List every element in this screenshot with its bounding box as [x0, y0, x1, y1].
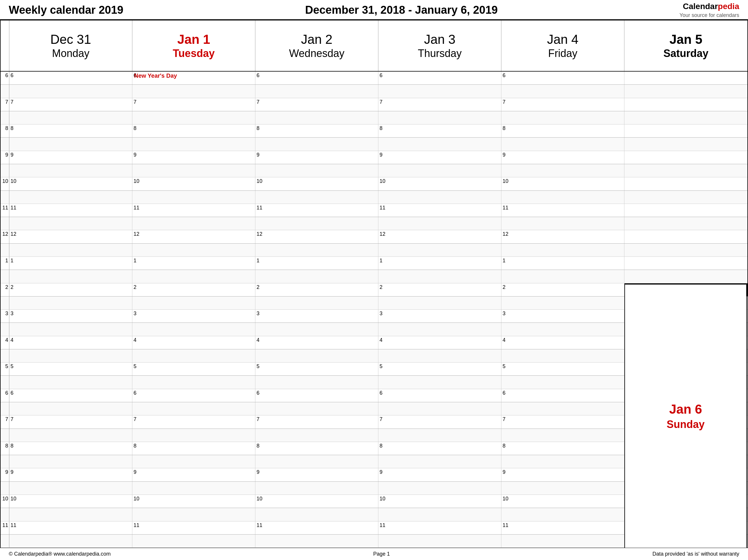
time-cell: 9: [255, 151, 378, 164]
time-label: [1, 164, 9, 177]
time-label: 12: [1, 230, 9, 243]
time-cell: 9: [501, 468, 625, 481]
time-row: [1, 455, 747, 468]
time-cell: 12: [9, 230, 132, 243]
time-row: 999999: [1, 151, 747, 164]
time-cell: 7: [378, 98, 501, 111]
time-cell: 6: [9, 389, 132, 402]
time-row: 999999: [1, 468, 747, 482]
time-label: 4: [1, 336, 9, 349]
time-label: 10: [1, 177, 9, 190]
time-grid: 666New Year's Day66677777788888899999910…: [1, 72, 747, 548]
time-cell: [132, 297, 255, 309]
time-row: 333333: [1, 310, 747, 323]
cell-hour-label: 3: [134, 310, 137, 317]
time-cell: [255, 482, 378, 494]
cell-hour-label: 1: [134, 258, 137, 264]
cell-hour-label: 3: [257, 310, 259, 317]
time-label: [1, 191, 9, 204]
time-cell: [501, 164, 625, 177]
cell-hour-label: 12: [134, 231, 139, 237]
cell-hour-label: 7: [10, 416, 14, 422]
time-row: [1, 138, 747, 151]
time-cell: [378, 164, 501, 177]
time-cell: [625, 138, 747, 150]
time-cell: [501, 455, 625, 468]
time-cell: [625, 230, 747, 243]
time-cell: [625, 151, 747, 164]
time-cell: [132, 455, 255, 468]
time-cell: 6: [255, 389, 378, 402]
time-cell: 5: [378, 363, 501, 375]
time-cell: [132, 217, 255, 230]
cell-hour-label: 6: [10, 390, 14, 396]
time-cell: [378, 535, 501, 547]
cell-hour-label: 5: [134, 364, 137, 370]
time-label: 8: [1, 124, 9, 137]
time-cell: [625, 495, 747, 508]
time-cell: [378, 508, 501, 521]
time-label: [1, 455, 9, 468]
time-row: [1, 164, 747, 177]
time-row: 101010101010: [1, 177, 747, 190]
time-cell: 12: [501, 230, 625, 243]
cell-hour-label: 7: [502, 99, 506, 105]
time-cell: [625, 85, 747, 98]
cell-hour-label: 9: [257, 152, 259, 158]
cell-hour-label: 8: [10, 125, 14, 132]
cell-hour-label: 9: [502, 152, 506, 158]
time-cell: 10: [132, 495, 255, 508]
cell-hour-label: 5: [10, 364, 14, 370]
time-cell: 6: [501, 72, 625, 85]
time-cell: [9, 508, 132, 521]
cell-hour-label: 6: [134, 390, 137, 396]
cell-hour-label: 3: [10, 310, 14, 317]
time-cell: [132, 482, 255, 494]
cell-hour-label: 8: [379, 125, 382, 132]
time-row: 777777: [1, 415, 747, 428]
cell-hour-label: 8: [10, 443, 14, 449]
time-cell: [378, 429, 501, 442]
time-cell: [9, 482, 132, 494]
time-cell: 5: [255, 363, 378, 375]
time-cell: 11: [378, 204, 501, 217]
time-cell: 8: [132, 442, 255, 455]
time-cell: 8: [9, 442, 132, 455]
time-cell: 6: [132, 389, 255, 402]
dec31-date: Dec 31: [50, 32, 91, 47]
cell-hour-label: 8: [134, 443, 137, 449]
day-headers-row: Dec 31 Monday Jan 1 Tuesday Jan 2 Wednes…: [1, 20, 747, 72]
time-cell: 11: [9, 521, 132, 534]
cell-hour-label: 10: [502, 496, 508, 502]
cell-hour-label: 5: [379, 364, 382, 370]
time-cell: 8: [501, 442, 625, 455]
time-cell: [501, 349, 625, 362]
time-row: 888888: [1, 442, 747, 455]
time-cell: 11: [132, 204, 255, 217]
time-label: 11: [1, 204, 9, 217]
time-cell: [501, 270, 625, 283]
cell-hour-label: 8: [502, 443, 506, 449]
cell-hour-label: 11: [134, 522, 139, 529]
cell-hour-label: 8: [257, 443, 259, 449]
time-cell: 11: [378, 521, 501, 534]
time-cell: 5: [9, 363, 132, 375]
time-cell: [255, 191, 378, 204]
time-label: 5: [1, 363, 9, 375]
time-cell: [625, 468, 747, 481]
cell-hour-label: 5: [257, 364, 259, 370]
time-cell: 10: [378, 177, 501, 190]
time-cell: [625, 429, 747, 442]
time-cell: [501, 191, 625, 204]
time-cell: [132, 270, 255, 283]
cell-hour-label: 1: [10, 258, 14, 264]
time-cell: [132, 429, 255, 442]
time-cell: 3: [255, 310, 378, 323]
time-label: 6: [1, 389, 9, 402]
time-cell: [501, 429, 625, 442]
time-cell: 11: [132, 521, 255, 534]
time-row: 666New Year's Day666: [1, 72, 747, 85]
cell-hour-label: 3: [379, 310, 382, 317]
time-cell: 6New Year's Day: [132, 72, 255, 85]
time-cell: [9, 111, 132, 124]
